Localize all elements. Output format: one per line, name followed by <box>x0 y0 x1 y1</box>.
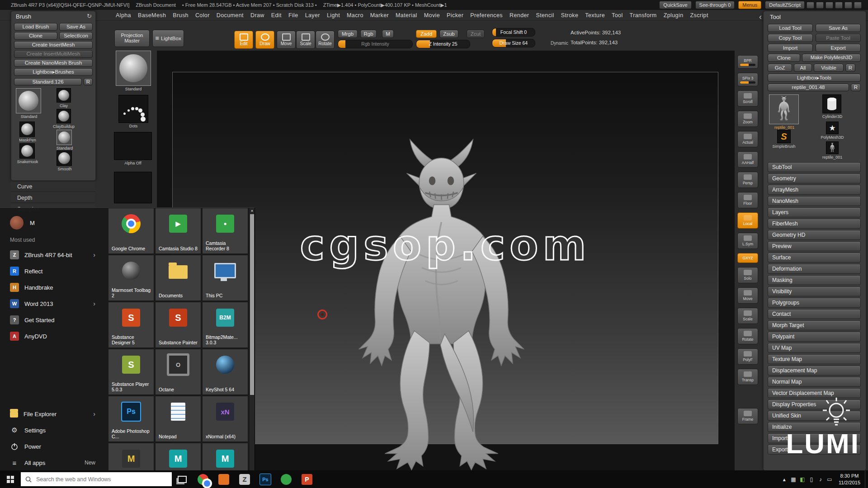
memory-icon[interactable] <box>844 2 852 9</box>
create-nanomesh-brush-button[interactable]: Create NanoMesh Brush <box>14 59 93 67</box>
menu-alpha[interactable]: Alpha <box>116 12 131 19</box>
menu-tool[interactable]: Tool <box>612 12 623 19</box>
rotate-mode-button[interactable]: Rotate <box>316 31 335 49</box>
quicksave-button[interactable]: QuickSave <box>659 1 691 9</box>
taskbar-powerpoint[interactable]: P <box>297 470 317 488</box>
local-transform-button[interactable]: Local <box>737 212 758 229</box>
goz-all-button[interactable]: All <box>794 64 812 72</box>
tool-restore-button[interactable]: R <box>851 84 861 91</box>
brush-thumb-standard[interactable] <box>16 88 41 113</box>
menu-preferences[interactable]: Preferences <box>470 12 503 19</box>
tile-maya-2015[interactable]: MAutodesk Maya 2015 <box>156 443 201 473</box>
tool-thumb-reptile[interactable] <box>769 94 799 124</box>
tile-xnormal[interactable]: xNxNormal (x64) <box>203 396 248 441</box>
subpalette-geometry-hd[interactable]: Geometry HD <box>768 230 861 240</box>
tray-chevron-icon[interactable]: ▴ <box>780 476 789 483</box>
subpalette-morph-target[interactable]: Morph Target <box>768 320 861 330</box>
current-tool-name[interactable]: reptile_001.48 <box>768 84 849 91</box>
rgb-intensity-slider[interactable]: Rgb Intensity <box>338 40 413 48</box>
user-account-row[interactable]: M <box>10 216 35 230</box>
current-alpha-thumb[interactable] <box>114 132 152 160</box>
palette-depth[interactable]: Depth <box>11 193 95 203</box>
import-tool-button[interactable]: Import <box>768 44 813 52</box>
goz-visible-button[interactable]: Visible <box>814 64 844 72</box>
start-item-zbrush[interactable]: ZZBrush 4R7 64-bit› <box>0 248 108 262</box>
see-through-slider[interactable]: See-through 0 <box>695 1 735 9</box>
subpalette-texture-map[interactable]: Texture Map <box>768 354 861 364</box>
copy-tool-button[interactable]: Copy Tool <box>768 34 813 42</box>
submenu-arrow-icon[interactable]: › <box>93 300 95 307</box>
tray-teamviewer-icon[interactable]: ◧ <box>798 476 807 483</box>
color-palette-icon[interactable] <box>826 2 833 9</box>
tool-thumb-polymesh3d[interactable]: ★ <box>826 122 839 134</box>
menu-render[interactable]: Render <box>509 12 529 19</box>
tile-marmoset[interactable]: Marmoset Toolbag 2 <box>108 255 154 300</box>
clock[interactable]: 8:30 PM 11/2/2015 <box>839 473 860 486</box>
spix-slider[interactable] <box>740 81 755 84</box>
perspective-button[interactable]: Persp <box>737 172 758 188</box>
tile-octane[interactable]: OOctane <box>156 349 201 394</box>
tile-marvelous-designer[interactable]: MMarvelous Designer 3... <box>108 443 154 473</box>
floor-grid-button[interactable]: Floor <box>737 192 758 208</box>
tile-notepad[interactable]: Notepad <box>156 396 201 441</box>
menu-stroke[interactable]: Stroke <box>561 12 579 19</box>
tile-maya-2016[interactable]: MAutodesk Maya 2016 <box>203 443 248 473</box>
scale-canvas-button[interactable]: Scale <box>737 308 758 324</box>
save-tool-button[interactable]: Save As <box>816 24 861 32</box>
scale-mode-button[interactable]: Scale <box>296 31 315 49</box>
start-item-all-apps[interactable]: ≡All appsNew <box>0 455 108 470</box>
brush-thumb-maskpen[interactable] <box>19 122 35 137</box>
rgb-button[interactable]: Rgb <box>360 30 377 38</box>
zoom-button[interactable]: Zoom <box>737 111 758 127</box>
subpalette-arraymesh[interactable]: ArrayMesh <box>768 185 861 195</box>
tile-documents[interactable]: Documents <box>156 255 201 300</box>
m-button[interactable]: M <box>382 30 394 38</box>
start-item-reflect[interactable]: RReflect <box>0 264 108 278</box>
zcut-button[interactable]: Zcut <box>467 30 485 38</box>
subpalette-contact[interactable]: Contact <box>768 309 861 319</box>
tile-google-chrome[interactable]: Google Chrome <box>108 208 154 253</box>
bpr-slider[interactable] <box>740 64 755 66</box>
lightbox-brushes-button[interactable]: Lightbox▸Brushes <box>14 68 93 76</box>
subpalette-masking[interactable]: Masking <box>768 275 861 285</box>
lightbox-tools-button[interactable]: Lightbox▸Tools <box>768 74 861 82</box>
tray-volume-icon[interactable]: ♪ <box>816 476 825 483</box>
gxyz-symmetry-button[interactable]: GXYZ <box>737 253 758 263</box>
menus-button[interactable]: Menus <box>738 1 761 9</box>
brush-thumb-claybuildup[interactable] <box>57 109 71 123</box>
tool-thumb-cylinder3d[interactable] <box>822 94 841 113</box>
frame-button[interactable]: Frame <box>737 408 758 424</box>
focal-shift-slider[interactable]: Focal Shift 0 <box>492 28 535 37</box>
goz-button[interactable]: GoZ <box>768 64 792 72</box>
submenu-arrow-icon[interactable]: › <box>93 251 95 258</box>
start-item-handbrake[interactable]: HHandbrake <box>0 280 108 295</box>
start-scrollbar[interactable]: ▲ ▼ <box>250 208 255 474</box>
menu-movie[interactable]: Movie <box>424 12 440 19</box>
mrgb-button[interactable]: Mrgb <box>338 30 358 38</box>
subpalette-surface[interactable]: Surface <box>768 253 861 263</box>
palette-curve[interactable]: Curve <box>11 182 95 192</box>
subpalette-normal-map[interactable]: Normal Map <box>768 377 861 387</box>
menu-basemesh[interactable]: BaseMesh <box>138 12 166 19</box>
menu-macro[interactable]: Macro <box>347 12 363 19</box>
subpalette-nanomesh[interactable]: NanoMesh <box>768 196 861 206</box>
tool-panel-title[interactable]: Tool <box>770 14 781 20</box>
brush-restore-button[interactable]: R <box>84 78 93 85</box>
save-brush-button[interactable]: Save As <box>59 23 93 31</box>
menu-brush[interactable]: Brush <box>173 12 189 19</box>
clone-brush-button[interactable]: Clone <box>14 32 57 40</box>
tile-substance-player[interactable]: SSubstance Player 5.0.3 <box>108 349 154 394</box>
polyframe-button[interactable]: PolyF <box>737 348 758 365</box>
move-canvas-button[interactable]: Move <box>737 287 758 304</box>
scroll-button[interactable]: Scroll <box>737 90 758 107</box>
brush-thumb-snakehook[interactable] <box>19 143 35 159</box>
create-insertmesh-button[interactable]: Create InsertMesh <box>14 41 93 49</box>
subpalette-fibermesh[interactable]: FiberMesh <box>768 219 861 229</box>
menu-picker[interactable]: Picker <box>447 12 463 19</box>
current-texture-thumb[interactable] <box>114 172 152 203</box>
rotate-canvas-button[interactable]: Rotate <box>737 328 758 344</box>
actual-size-button[interactable]: Actual <box>737 131 758 147</box>
menu-marker[interactable]: Marker <box>370 12 389 19</box>
start-item-file-explorer[interactable]: File Explorer› <box>0 407 108 421</box>
brush-panel-title[interactable]: Brush <box>16 13 31 20</box>
